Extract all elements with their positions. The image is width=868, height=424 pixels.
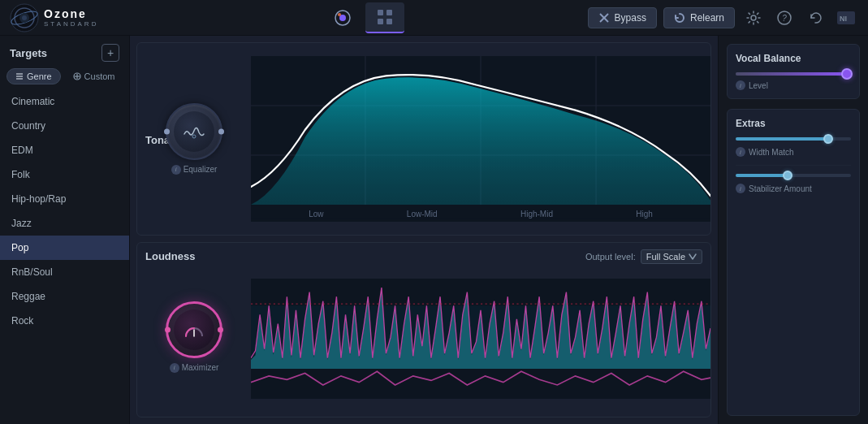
vocal-level-slider[interactable] <box>736 72 851 76</box>
tonal-chart: Low Low-Mid High-Mid High <box>251 56 710 222</box>
chart-label-low: Low <box>309 210 323 218</box>
equalizer-waveform-icon <box>183 123 205 141</box>
nav-center <box>140 2 588 33</box>
nav-tab-grid[interactable] <box>365 2 404 33</box>
svg-rect-10 <box>378 19 383 24</box>
stabilizer-thumb <box>783 171 792 180</box>
gear-icon <box>746 11 761 25</box>
sidebar-tab-genre[interactable]: Genre <box>6 68 61 84</box>
settings-button[interactable] <box>741 6 766 30</box>
ni-logo-icon: NI <box>837 11 855 24</box>
sidebar-item-cinematic[interactable]: Cinematic <box>0 89 129 114</box>
output-level-row: Output level: Full Scale <box>585 249 702 264</box>
width-match-slider-row <box>736 137 851 141</box>
nav-tab-analyzer[interactable] <box>323 2 362 33</box>
vocal-slider-row <box>736 72 851 76</box>
stabilizer-container: i Stabilizer Amount <box>736 174 851 193</box>
loudness-panel: Loudness Output level: Full Scale <box>136 242 711 418</box>
undo-icon <box>808 11 823 25</box>
grid-icon <box>375 7 395 27</box>
stabilizer-label-row: i Stabilizer Amount <box>736 184 851 193</box>
help-icon: ? <box>777 11 792 25</box>
right-panel: Vocal Balance i Level Extras <box>718 36 868 424</box>
vocal-balance-title: Vocal Balance <box>736 53 851 64</box>
sidebar-item-rnbsoul[interactable]: RnB/Soul <box>0 260 129 284</box>
stabilizer-label: Stabilizer Amount <box>749 184 812 193</box>
output-level-label: Output level: <box>585 252 636 262</box>
stabilizer-info-icon[interactable]: i <box>736 184 745 193</box>
ni-button[interactable]: NI <box>834 6 858 30</box>
chart-labels: Low Low-Mid High-Mid High <box>251 210 710 218</box>
loudness-dot-right <box>218 327 223 332</box>
app-title: Ozone <box>44 7 98 20</box>
sidebar-item-country[interactable]: Country <box>0 114 129 138</box>
knob-inner <box>174 111 214 152</box>
sidebar-item-jazz[interactable]: Jazz <box>0 211 129 236</box>
width-match-fill <box>736 137 828 141</box>
loudness-knob-inner <box>174 309 214 350</box>
equalizer-knob[interactable] <box>166 103 222 160</box>
loudness-knob-area: i Maximizer <box>137 295 251 379</box>
chart-label-lowmid: Low-Mid <box>407 210 438 218</box>
sidebar-item-folk[interactable]: Folk <box>0 162 129 187</box>
sidebar: Targets + Genre Custom <box>0 36 130 424</box>
sidebar-item-rock[interactable]: Rock <box>0 309 129 333</box>
undo-button[interactable] <box>803 6 827 30</box>
svg-rect-11 <box>386 19 392 24</box>
bypass-button[interactable]: Bypass <box>588 7 657 28</box>
custom-tab-label: Custom <box>84 71 115 81</box>
targets-header: Targets + <box>0 36 129 68</box>
stabilizer-fill <box>736 174 788 177</box>
vocal-balance-section: Vocal Balance i Level <box>727 44 860 99</box>
maximizer-info-icon[interactable]: i <box>170 363 179 373</box>
equalizer-info-icon[interactable]: i <box>171 165 181 175</box>
svg-point-4 <box>22 15 27 20</box>
width-match-label: Width Match <box>749 148 794 157</box>
analyzer-icon <box>333 8 352 28</box>
vocal-level-label: Level <box>749 81 768 90</box>
sidebar-item-reggae[interactable]: Reggae <box>0 284 129 309</box>
sidebar-tabs: Genre Custom <box>0 68 129 89</box>
svg-point-25 <box>192 135 196 138</box>
svg-text:NI: NI <box>840 15 847 23</box>
add-target-button[interactable]: + <box>101 44 119 62</box>
bypass-icon <box>598 12 610 24</box>
sidebar-list: Cinematic Country EDM Folk Hip-hop/Rap J… <box>0 89 129 424</box>
genre-tab-label: Genre <box>27 71 52 81</box>
app-subtitle: STANDARD <box>44 20 98 28</box>
main-content: Targets + Genre Custom <box>0 36 868 424</box>
sidebar-item-edm[interactable]: EDM <box>0 138 129 162</box>
extras-divider <box>736 165 851 166</box>
logo-text: Ozone STANDARD <box>44 7 98 28</box>
relearn-button[interactable]: Relearn <box>663 7 735 28</box>
svg-point-7 <box>338 13 341 16</box>
output-level-dropdown[interactable]: Full Scale <box>641 249 702 264</box>
vocal-thumb <box>841 68 853 80</box>
top-nav: Ozone STANDARD <box>0 0 868 36</box>
svg-point-14 <box>751 15 756 20</box>
width-match-slider[interactable] <box>736 137 851 141</box>
vocal-level-label-row: i Level <box>736 80 851 90</box>
knob-dot-right <box>218 128 224 134</box>
maximizer-gauge-icon <box>183 320 205 340</box>
chart-label-highmid: High-Mid <box>520 210 553 218</box>
ozone-logo-icon <box>10 3 39 32</box>
chart-label-high: High <box>636 210 653 218</box>
vocal-level-info-icon[interactable]: i <box>736 80 745 90</box>
loudness-title: Loudness <box>145 250 195 262</box>
maximizer-knob[interactable] <box>166 301 222 358</box>
width-match-info-icon[interactable]: i <box>736 147 745 157</box>
sidebar-item-hiphop[interactable]: Hip-hop/Rap <box>0 187 129 211</box>
loudness-header: Loudness Output level: Full Scale <box>145 249 702 264</box>
relearn-icon <box>674 12 685 24</box>
vocal-fill <box>736 72 845 76</box>
help-button[interactable]: ? <box>772 6 797 30</box>
tonal-knob-area: i Equalizer <box>137 97 251 181</box>
maximizer-label: i Maximizer <box>170 363 219 373</box>
chevron-down-icon <box>689 253 697 260</box>
loudness-chart <box>251 279 710 399</box>
list-icon <box>15 72 24 80</box>
stabilizer-slider[interactable] <box>736 174 851 177</box>
sidebar-item-pop[interactable]: Pop <box>0 236 129 260</box>
sidebar-tab-custom[interactable]: Custom <box>64 68 124 84</box>
